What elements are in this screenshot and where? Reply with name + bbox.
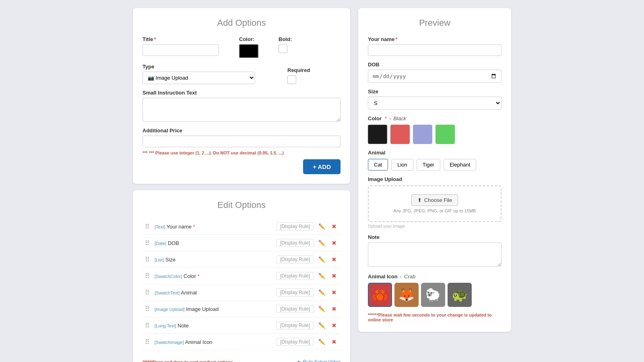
add-options-card: Add Options Title* Color: Bold: Type [133, 8, 350, 184]
delete-button-7[interactable]: ✖ [330, 338, 338, 346]
small-instruction-label: Small Instruction Text [142, 90, 341, 96]
bold-checkbox[interactable] [279, 44, 287, 53]
table-row: ⠿ [Long Text] Note [Display Rule] ✏️ ✖ [142, 317, 341, 334]
animal-icon-crab[interactable]: 🦀 [368, 283, 392, 307]
price-warning: *** *** Please use integer (1, 2 ...). D… [142, 150, 341, 155]
delete-button-6[interactable]: ✖ [330, 321, 338, 329]
animal-icon-fox[interactable]: 🦊 [394, 283, 419, 307]
add-button[interactable]: + ADD [303, 159, 341, 174]
rule-video-link[interactable]: ▶ Rule Setup Video [298, 359, 341, 362]
table-row: ⠿ [Image Upload] Image Upload [Display R… [142, 301, 341, 317]
size-select[interactable]: S M L XL [368, 97, 502, 110]
color-field: Color * - Black [368, 115, 502, 144]
video-icon: ▶ [298, 359, 301, 362]
image-upload-field: Image Upload ⬆ Choose File Any JPG, JPEG… [368, 176, 502, 228]
display-rule-link-4[interactable]: [Display Rule] [277, 288, 314, 296]
dob-label: DOB [368, 62, 502, 68]
your-name-field: Your name* [368, 36, 502, 56]
animal-options: Cat Lion Tiger Elephant [368, 159, 502, 171]
upload-area[interactable]: ⬆ Choose File Any JPG, JPEG, PNG, or GIF… [368, 185, 502, 222]
title-label: Title* [142, 36, 219, 42]
edit-row-label-1: [Date] DOB [155, 240, 273, 246]
bold-label: Bold: [279, 36, 292, 42]
title-input[interactable] [142, 44, 219, 56]
edit-options-list: ⠿ [Text] Your name * [Display Rule] ✏️ ✖… [142, 218, 341, 350]
color-field-label: Color [368, 115, 382, 121]
drag-handle[interactable]: ⠿ [145, 338, 150, 346]
delete-button-4[interactable]: ✖ [330, 288, 338, 296]
animal-icon-value: Crab [404, 274, 415, 280]
edit-pen-button-7[interactable]: ✏️ [317, 338, 327, 346]
delete-button-1[interactable]: ✖ [330, 239, 338, 247]
your-name-input[interactable] [368, 44, 502, 56]
animal-lion[interactable]: Lion [391, 159, 413, 171]
note-field: Note [368, 234, 502, 268]
note-label: Note [368, 234, 502, 240]
table-row: ⠿ [Text] Your name * [Display Rule] ✏️ ✖ [142, 218, 341, 235]
delete-button-5[interactable]: ✖ [330, 305, 338, 313]
size-label: Size [368, 88, 502, 95]
instruction-textarea[interactable] [142, 98, 341, 122]
image-upload-label: Image Upload [368, 176, 502, 182]
preview-note: ******Please wait few seconds to your ch… [368, 313, 502, 322]
display-rule-link-2[interactable]: [Display Rule] [277, 255, 314, 263]
edit-row-label-5: [Image Upload] Image Upload [155, 306, 273, 312]
drag-note: ******Drag and drop to sort product opti… [142, 360, 233, 362]
color-option-green[interactable] [436, 125, 455, 144]
edit-row-label-0: [Text] Your name * [155, 224, 273, 230]
color-option-purple[interactable] [413, 125, 432, 144]
display-rule-link-6[interactable]: [Display Rule] [277, 321, 314, 329]
type-label: Type [142, 64, 255, 70]
animal-icon-options: 🦀 🦊 🐑 🐢 [368, 283, 502, 307]
preview-card: Preview Your name* DOB Size S M L XL Col… [358, 8, 511, 332]
animal-icon-turtle[interactable]: 🐢 [448, 283, 472, 307]
edit-pen-button-3[interactable]: ✏️ [317, 272, 327, 280]
display-rule-link-1[interactable]: [Display Rule] [277, 239, 314, 247]
drag-handle[interactable]: ⠿ [145, 289, 150, 296]
choose-file-button[interactable]: ⬆ Choose File [411, 194, 458, 206]
note-textarea[interactable] [368, 243, 502, 267]
animal-cat[interactable]: Cat [368, 159, 388, 171]
color-label: Color: [239, 36, 258, 42]
table-row: ⠿ [Date] DOB [Display Rule] ✏️ ✖ [142, 235, 341, 251]
delete-button-3[interactable]: ✖ [330, 272, 338, 280]
edit-row-label-4: [SwatchText] Animal [155, 290, 273, 296]
delete-button-2[interactable]: ✖ [330, 255, 338, 263]
animal-elephant[interactable]: Elephant [444, 159, 476, 171]
edit-pen-button-0[interactable]: ✏️ [317, 222, 327, 230]
drag-handle[interactable]: ⠿ [145, 305, 150, 313]
display-rule-link-3[interactable]: [Display Rule] [277, 272, 314, 280]
color-option-red[interactable] [390, 125, 410, 144]
edit-pen-button-4[interactable]: ✏️ [317, 288, 327, 296]
preview-title: Preview [368, 18, 502, 28]
drag-handle[interactable]: ⠿ [145, 322, 150, 329]
type-select[interactable]: 📷 Image Upload Text Date List [142, 72, 255, 84]
drag-handle[interactable]: ⠿ [145, 223, 150, 230]
animal-icon-sheep[interactable]: 🐑 [421, 283, 445, 307]
edit-pen-button-1[interactable]: ✏️ [317, 239, 327, 247]
delete-button-0[interactable]: ✖ [330, 222, 338, 230]
edit-pen-button-5[interactable]: ✏️ [317, 305, 327, 313]
edit-pen-button-2[interactable]: ✏️ [317, 255, 327, 263]
dob-input[interactable] [368, 70, 502, 83]
upload-hint: Any JPG, JPEG, PNG, or GIF up to 15MB [394, 208, 476, 213]
edit-row-label-7: [SwatchImage] Animal Icon [155, 339, 273, 345]
selected-color-value: Black [393, 115, 406, 121]
edit-row-label-6: [Long Text] Note [155, 323, 273, 329]
color-option-black[interactable] [368, 125, 387, 144]
additional-price-label: Additional Price [142, 128, 341, 134]
color-swatch-picker[interactable] [239, 44, 258, 58]
display-rule-link-7[interactable]: [Display Rule] [277, 338, 314, 346]
additional-price-input[interactable]: 0 [142, 136, 341, 147]
display-rule-link-5[interactable]: [Display Rule] [277, 305, 314, 313]
display-rule-link-0[interactable]: [Display Rule] [277, 222, 314, 230]
drag-handle[interactable]: ⠿ [145, 256, 150, 263]
animal-tiger[interactable]: Tiger [417, 159, 440, 171]
drag-handle[interactable]: ⠿ [145, 239, 150, 247]
animal-icon-label: Animal Icon [368, 274, 398, 280]
table-row: ⠿ [SwatchImage] Animal Icon [Display Rul… [142, 334, 341, 350]
edit-pen-button-6[interactable]: ✏️ [317, 321, 327, 329]
dob-field: DOB [368, 62, 502, 83]
drag-handle[interactable]: ⠿ [145, 272, 150, 280]
required-checkbox[interactable] [287, 75, 296, 84]
